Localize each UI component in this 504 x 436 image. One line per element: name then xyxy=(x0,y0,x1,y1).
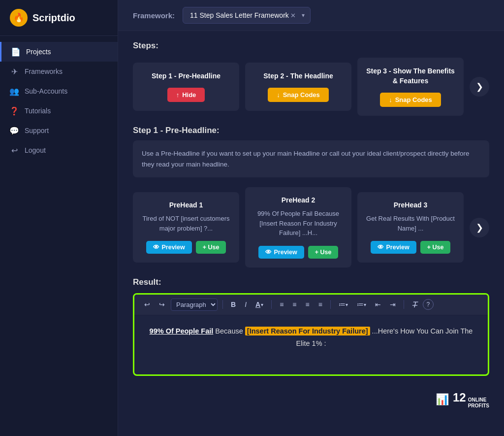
hide-button[interactable]: ↑ Hide xyxy=(167,88,205,102)
prehead-next-icon: ❯ xyxy=(476,222,483,233)
prehead-section: PreHead 1 Tired of NOT [insert customers… xyxy=(118,182,504,272)
align-left-button[interactable]: ≡ xyxy=(277,299,286,310)
prehead-card-1: PreHead 1 Tired of NOT [insert customers… xyxy=(133,192,239,263)
prehead-card-text-2: 99% Of People Fail Because [Insert Reaso… xyxy=(253,209,344,238)
main-content: Framework: 11 Step Sales Letter Framewor… xyxy=(118,0,504,436)
step-card-title-1: Step 1 - Pre-Headline xyxy=(152,71,220,81)
use-label-1: + Use xyxy=(203,244,220,251)
steps-section-title: Steps: xyxy=(133,41,489,51)
editor-text-because: Because xyxy=(213,327,245,335)
preview-label-3: Preview xyxy=(386,244,410,251)
sidebar-item-support[interactable]: 💬 Support xyxy=(0,121,118,140)
help-button[interactable]: ? xyxy=(423,299,434,310)
sidebar-nav: 📄 Projects ✈ Frameworks 👥 Sub-Accounts ❓… xyxy=(0,36,118,436)
framework-select[interactable]: 11 Step Sales Letter Framework xyxy=(183,7,311,24)
use-button-3[interactable]: + Use xyxy=(420,241,451,254)
logo-icon: 🔥 xyxy=(10,9,28,27)
snap-arrow-icon-3: ↓ xyxy=(389,96,392,103)
use-label-3: + Use xyxy=(427,244,444,251)
prehead-next-button[interactable]: ❯ xyxy=(470,218,489,237)
sidebar-item-logout[interactable]: ↩ Logout xyxy=(0,140,118,160)
prehead-card-text-1: Tired of NOT [insert customers major pro… xyxy=(141,214,231,233)
prehead-grid: PreHead 1 Tired of NOT [insert customers… xyxy=(133,187,489,268)
ordered-list-button[interactable]: ≔ ▾ xyxy=(354,299,369,310)
logo-text: Scriptdio xyxy=(32,12,75,24)
preview-button-2[interactable]: 👁 Preview xyxy=(258,246,304,259)
snap-codes-button-2[interactable]: ↓ Snap Codes xyxy=(268,88,329,102)
sidebar-label-frameworks: Frameworks xyxy=(25,67,63,75)
hide-button-label: Hide xyxy=(182,91,196,99)
italic-button[interactable]: I xyxy=(242,299,250,310)
toolbar-divider-2 xyxy=(271,300,272,309)
use-button-1[interactable]: + Use xyxy=(196,241,226,254)
result-title: Result: xyxy=(133,277,489,287)
step-card-1: Step 1 - Pre-Headline ↑ Hide xyxy=(133,63,239,111)
sidebar-item-sub-accounts[interactable]: 👥 Sub-Accounts xyxy=(0,81,118,101)
snap-codes-label-2: Snap Codes xyxy=(283,91,320,99)
sidebar: 🔥 Scriptdio 📄 Projects ✈ Frameworks 👥 Su… xyxy=(0,0,118,436)
editor-toolbar: ↩ ↪ Paragraph B I A ▾ ≡ ≡ ≡ ≡ ≔ ▾ ≔ xyxy=(134,295,488,315)
tutorials-icon: ❓ xyxy=(10,106,19,115)
hide-arrow-icon: ↑ xyxy=(176,91,180,99)
editor-text-bold: 99% Of People Fail xyxy=(150,327,214,335)
eye-icon-3: 👁 xyxy=(378,244,384,251)
redo-button[interactable]: ↪ xyxy=(156,299,168,310)
svg-text:🔥: 🔥 xyxy=(13,12,25,23)
steps-grid: Step 1 - Pre-Headline ↑ Hide Step 2 - Th… xyxy=(133,58,489,116)
preview-label-2: Preview xyxy=(274,249,297,256)
frameworks-icon: ✈ xyxy=(10,67,19,76)
prehead-card-text-3: Get Real Results With [Product Name] ... xyxy=(365,214,456,233)
framework-select-wrapper[interactable]: 11 Step Sales Letter Framework ✕ ▾ xyxy=(183,7,311,24)
footer-logo-icon: 📊 xyxy=(436,393,449,406)
bold-button[interactable]: B xyxy=(228,299,239,310)
logout-icon: ↩ xyxy=(10,146,19,155)
eye-icon-2: 👁 xyxy=(265,249,272,256)
sidebar-label-projects: Projects xyxy=(26,48,51,56)
step-desc-box: Use a Pre-Headline if you want to set up… xyxy=(133,140,489,177)
step-card-title-2: Step 2 - The Headline xyxy=(263,71,333,81)
prehead-card-title-1: PreHead 1 xyxy=(169,201,203,209)
prehead-card-btns-3: 👁 Preview + Use xyxy=(371,241,451,254)
step-card-title-3: Step 3 - Show The Benefits & Features xyxy=(365,67,456,86)
prehead-card-title-3: PreHead 3 xyxy=(394,201,427,209)
unordered-list-button[interactable]: ≔ ▾ xyxy=(336,299,351,310)
preview-button-1[interactable]: 👁 Preview xyxy=(146,241,192,254)
footer-logo: 📊 12 ONLINE PROFITS xyxy=(118,386,504,416)
use-button-2[interactable]: + Use xyxy=(308,246,339,259)
sidebar-label-tutorials: Tutorials xyxy=(25,107,51,115)
align-center-button[interactable]: ≡ xyxy=(289,299,299,310)
prehead-card-3: PreHead 3 Get Real Results With [Product… xyxy=(357,192,464,263)
steps-next-icon: ❯ xyxy=(476,81,483,92)
result-section: Result: ↩ ↪ Paragraph B I A ▾ ≡ ≡ ≡ ≡ xyxy=(118,272,504,386)
step-desc-text: Use a Pre-Headline if you want to set up… xyxy=(142,150,470,168)
snap-arrow-icon-2: ↓ xyxy=(277,91,280,99)
snap-codes-button-3[interactable]: ↓ Snap Codes xyxy=(380,93,441,107)
preview-button-3[interactable]: 👁 Preview xyxy=(371,241,416,254)
sidebar-label-logout: Logout xyxy=(25,146,46,154)
sidebar-label-sub-accounts: Sub-Accounts xyxy=(25,87,67,95)
steps-next-button[interactable]: ❯ xyxy=(470,77,489,97)
sidebar-item-frameworks[interactable]: ✈ Frameworks xyxy=(0,62,118,81)
clear-format-button[interactable]: T̶ xyxy=(409,299,420,311)
editor-text-highlight: [Insert Reason For Industry Failure] xyxy=(245,327,370,335)
undo-button[interactable]: ↩ xyxy=(141,299,153,310)
outdent-button[interactable]: ⇤ xyxy=(372,299,384,310)
steps-section: Steps: Step 1 - Pre-Headline ↑ Hide Step… xyxy=(118,31,504,121)
sidebar-item-projects[interactable]: 📄 Projects xyxy=(0,42,118,62)
preview-label-1: Preview xyxy=(162,244,185,251)
sidebar-item-tutorials[interactable]: ❓ Tutorials xyxy=(0,101,118,121)
prehead-card-btns-1: 👁 Preview + Use xyxy=(146,241,226,254)
paragraph-select[interactable]: Paragraph xyxy=(171,299,218,311)
logo: 🔥 Scriptdio xyxy=(0,0,118,36)
editor-wrapper: ↩ ↪ Paragraph B I A ▾ ≡ ≡ ≡ ≡ ≔ ▾ ≔ xyxy=(133,293,489,376)
toolbar-divider-3 xyxy=(330,300,331,309)
highlight-button[interactable]: A ▾ xyxy=(252,299,266,310)
framework-label: Framework: xyxy=(133,11,175,20)
eye-icon-1: 👁 xyxy=(153,244,159,251)
step-card-2: Step 2 - The Headline ↓ Snap Codes xyxy=(245,63,351,111)
align-justify-button[interactable]: ≡ xyxy=(315,299,325,310)
indent-button[interactable]: ⇥ xyxy=(387,299,399,310)
step-card-3: Step 3 - Show The Benefits & Features ↓ … xyxy=(357,58,464,116)
editor-content[interactable]: 99% Of People Fail Because [Insert Reaso… xyxy=(134,315,488,374)
align-right-button[interactable]: ≡ xyxy=(302,299,312,310)
